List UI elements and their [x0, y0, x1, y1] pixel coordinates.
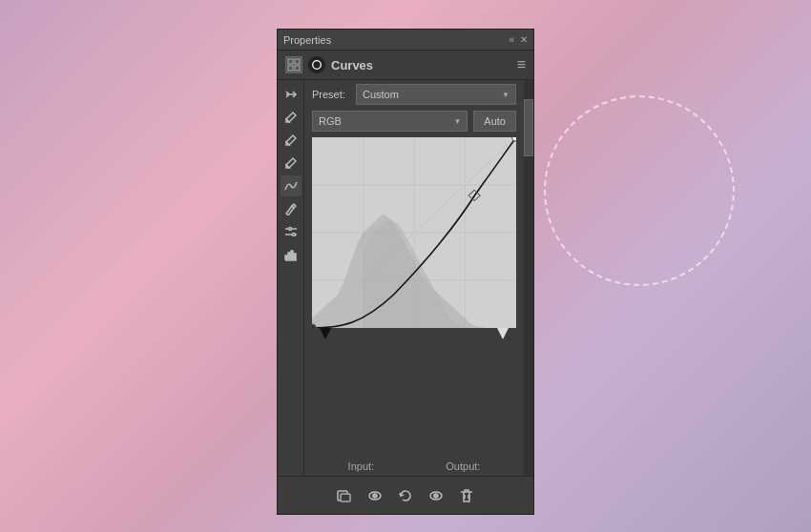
histogram-tool[interactable]	[281, 244, 302, 265]
panel-header-title: Curves	[331, 58, 373, 72]
output-label: Output:	[446, 460, 480, 472]
adjustment-tool[interactable]	[281, 221, 302, 242]
curves-graph-container[interactable]	[312, 137, 516, 453]
channel-chevron-icon: ▼	[453, 117, 461, 126]
pencil-tool[interactable]	[281, 198, 302, 219]
channel-value: RGB	[319, 115, 342, 127]
channel-dropdown[interactable]: RGB ▼	[312, 111, 468, 132]
auto-button[interactable]: Auto	[473, 111, 516, 132]
preset-chevron-icon: ▼	[502, 91, 509, 99]
preset-label: Preset:	[312, 89, 350, 100]
panel-titlebar: Properties « ✕	[278, 30, 533, 51]
curves-canvas[interactable]	[312, 137, 516, 328]
tools-toolbar	[278, 80, 304, 476]
selection-indicator	[544, 95, 735, 286]
svg-rect-1	[295, 59, 300, 64]
input-label: Input:	[348, 460, 375, 472]
svg-rect-14	[294, 254, 296, 259]
scrollbar[interactable]	[524, 80, 533, 476]
svg-rect-11	[285, 256, 287, 259]
svg-rect-12	[288, 253, 290, 259]
panel-menu-button[interactable]: ≡	[517, 56, 526, 73]
svg-point-33	[434, 494, 438, 498]
preset-row: Preset: Custom ▼	[304, 80, 524, 109]
svg-point-10	[292, 234, 295, 236]
channel-row: RGB ▼ Auto	[304, 109, 524, 133]
scrollbar-thumb[interactable]	[524, 99, 533, 156]
preset-dropdown[interactable]: Custom ▼	[356, 84, 516, 105]
eyedropper-gray-tool[interactable]	[281, 130, 302, 151]
svg-rect-29	[341, 494, 350, 501]
svg-point-7	[288, 228, 291, 231]
reset-button[interactable]	[395, 485, 416, 506]
svg-point-31	[373, 494, 377, 498]
input-output-row: Input: Output:	[304, 457, 524, 476]
panel-title: Properties	[283, 34, 331, 46]
eyedropper-black-tool[interactable]	[281, 107, 302, 128]
input-sliders	[312, 328, 516, 341]
mask-button[interactable]	[334, 485, 355, 506]
layer-visibility-button[interactable]	[426, 485, 447, 506]
close-button[interactable]: ✕	[520, 35, 528, 45]
curves-mode-icon[interactable]	[308, 56, 325, 73]
preset-value: Custom	[363, 89, 399, 100]
svg-point-4	[313, 61, 322, 70]
delete-button[interactable]	[456, 485, 477, 506]
visibility-button[interactable]	[364, 485, 385, 506]
svg-rect-0	[288, 59, 293, 64]
black-point-slider[interactable]	[320, 328, 331, 339]
panel-footer	[278, 476, 533, 514]
eyedropper-white-tool[interactable]	[281, 153, 302, 174]
panel-body: Preset: Custom ▼ RGB ▼ Auto	[278, 80, 533, 476]
collapse-button[interactable]: «	[509, 35, 514, 45]
white-point-slider[interactable]	[497, 328, 509, 339]
curves-content: Preset: Custom ▼ RGB ▼ Auto	[304, 80, 524, 476]
panel-header: Curves ≡	[278, 51, 533, 80]
svg-rect-3	[295, 66, 300, 71]
grid-icon	[285, 56, 302, 73]
smooth-curve-tool[interactable]	[281, 175, 302, 196]
svg-rect-2	[288, 66, 293, 71]
properties-panel: Properties « ✕ Curves ≡	[277, 29, 534, 515]
panel-controls: « ✕	[509, 35, 528, 45]
svg-rect-13	[291, 251, 293, 259]
adjust-tool-button[interactable]	[281, 84, 302, 105]
